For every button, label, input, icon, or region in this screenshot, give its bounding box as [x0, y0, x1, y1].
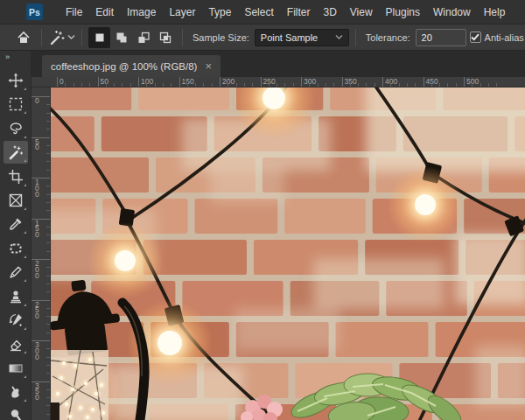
sample-size-value: Point Sample [261, 32, 318, 43]
active-tool-preset[interactable] [48, 29, 75, 46]
dodge-icon [8, 408, 24, 420]
clone-stamp-icon [8, 289, 24, 304]
menu-window[interactable]: Window [433, 6, 471, 18]
tool-pencil[interactable] [4, 261, 28, 284]
new-selection-icon [93, 31, 107, 45]
tool-move[interactable] [4, 69, 28, 92]
menu-layer[interactable]: Layer [169, 6, 195, 18]
tool-frame[interactable] [4, 189, 28, 212]
antialias-label: Anti-alias [485, 32, 524, 43]
photoshop-window: Ps File Edit Image Layer Type Select Fil… [0, 0, 525, 420]
menu-filter[interactable]: Filter [287, 6, 311, 18]
subtract-selection-icon [136, 31, 150, 45]
new-selection-button[interactable] [88, 27, 110, 48]
menu-help[interactable]: Help [484, 6, 506, 18]
document-tab-title: coffeeshop.jpg @ 100% (RGB/8) [51, 61, 197, 72]
close-tab-icon[interactable]: × [205, 60, 212, 72]
menu-view[interactable]: View [350, 6, 373, 18]
menu-plugins[interactable]: Plugins [386, 6, 420, 18]
frame-icon [8, 192, 24, 208]
canvas-image[interactable] [51, 88, 525, 420]
home-button[interactable] [12, 27, 35, 48]
marquee-icon [8, 96, 24, 112]
healing-patch-icon [8, 241, 24, 256]
tool-smudge[interactable] [4, 381, 28, 403]
tool-crop[interactable] [4, 165, 28, 188]
tool-clone-stamp[interactable] [4, 285, 28, 308]
check-icon [471, 33, 480, 41]
sample-size-select[interactable]: Point Sample [255, 29, 349, 46]
chevron-down-icon [335, 34, 343, 40]
magic-wand-icon [7, 144, 24, 161]
menu-edit[interactable]: Edit [95, 6, 114, 18]
document-tab[interactable]: coffeeshop.jpg @ 100% (RGB/8) × [42, 55, 220, 77]
tool-eyedropper[interactable] [4, 213, 28, 235]
tools-panel: » [0, 51, 32, 420]
magic-wand-icon [48, 29, 66, 46]
eraser-icon [8, 336, 24, 352]
menu-file[interactable]: File [66, 6, 82, 18]
home-icon [17, 31, 31, 45]
separator [182, 29, 183, 46]
add-selection-icon [115, 31, 129, 45]
tolerance-label: Tolerance: [366, 32, 410, 43]
menu-3d[interactable]: 3D [323, 6, 336, 18]
gradient-icon [8, 360, 24, 376]
eyedropper-icon [8, 216, 24, 232]
smudge-icon [8, 384, 24, 400]
menu-bar: Ps File Edit Image Layer Type Select Fil… [0, 0, 525, 24]
tool-magic-wand[interactable] [4, 141, 28, 164]
history-brush-icon [8, 312, 24, 328]
intersect-selection-icon [158, 31, 172, 45]
menu-items: File Edit Image Layer Type Select Filter… [66, 6, 505, 18]
subtract-from-selection-button[interactable] [132, 27, 154, 48]
pencil-icon [8, 264, 24, 280]
separator [41, 29, 42, 46]
menu-select[interactable]: Select [244, 6, 273, 18]
crop-icon [8, 169, 24, 185]
menu-image[interactable]: Image [127, 6, 156, 18]
sample-size-label: Sample Size: [192, 32, 249, 43]
options-bar: Sample Size: Point Sample Tolerance: Ant… [0, 24, 525, 51]
separator [355, 29, 356, 46]
move-icon [8, 73, 24, 88]
canvas-viewport [51, 88, 525, 420]
collapse-panel-button[interactable]: » [0, 51, 31, 64]
tool-eraser[interactable] [4, 332, 28, 355]
separator [81, 29, 82, 46]
ruler-horizontal[interactable]: 050100150200250300350400450500 [32, 77, 525, 88]
chevron-down-icon [67, 34, 75, 40]
photoshop-logo-icon: Ps [26, 4, 43, 20]
intersect-selection-button[interactable] [154, 27, 176, 48]
lasso-icon [8, 121, 24, 136]
tool-rectangular-marquee[interactable] [4, 93, 28, 116]
tool-lasso[interactable] [4, 117, 28, 140]
tolerance-input[interactable] [416, 29, 466, 46]
antialias-checkbox[interactable] [470, 32, 481, 43]
tool-history-brush[interactable] [4, 309, 28, 332]
menu-type[interactable]: Type [208, 6, 231, 18]
ruler-vertical[interactable]: 05 01 0 01 5 02 0 02 5 03 0 03 5 0 [32, 88, 51, 420]
tool-healing-patch[interactable] [4, 237, 28, 260]
add-to-selection-button[interactable] [110, 27, 132, 48]
tool-gradient[interactable] [4, 357, 28, 380]
tool-dodge[interactable] [4, 404, 28, 420]
document-tab-bar: coffeeshop.jpg @ 100% (RGB/8) × [32, 51, 525, 77]
